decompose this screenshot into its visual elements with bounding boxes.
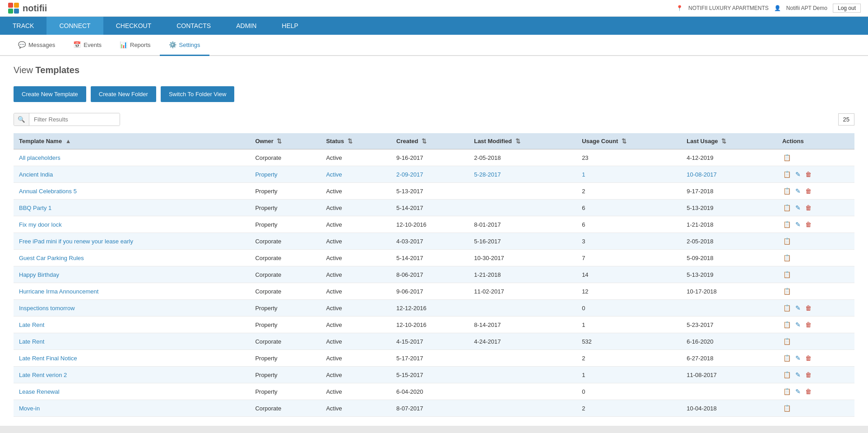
- cell-status: Active: [320, 317, 391, 333]
- subnav-settings[interactable]: ⚙️ Settings: [160, 35, 209, 56]
- switch-folder-view-button[interactable]: Switch To Folder View: [161, 86, 234, 102]
- template-name-link[interactable]: Ancient India: [19, 171, 53, 178]
- copy-icon[interactable]: 📋: [782, 237, 792, 246]
- subnav-reports[interactable]: 📊 Reports: [111, 35, 160, 56]
- delete-icon[interactable]: 🗑: [804, 220, 812, 229]
- template-name-link[interactable]: Inspections tomorrow: [19, 305, 75, 312]
- cell-last-usage: 6-27-2018: [681, 350, 777, 367]
- copy-icon[interactable]: 📋: [782, 270, 792, 279]
- cell-status: Active: [320, 350, 391, 367]
- delete-icon[interactable]: 🗑: [804, 320, 812, 329]
- copy-icon[interactable]: 📋: [782, 337, 792, 346]
- col-owner[interactable]: Owner ⇅: [250, 133, 320, 149]
- col-template-name[interactable]: Template Name ▲: [14, 133, 250, 149]
- edit-icon[interactable]: ✎: [794, 186, 802, 196]
- cell-status: Active: [320, 367, 391, 383]
- copy-icon[interactable]: 📋: [782, 186, 792, 196]
- cell-owner: Property: [250, 367, 320, 383]
- edit-icon[interactable]: ✎: [794, 220, 802, 229]
- cell-created: 5-17-2017: [391, 350, 469, 367]
- table-row: All placeholdersCorporateActive9-16-2017…: [14, 149, 854, 166]
- sort-icon-modified: ⇅: [515, 138, 520, 144]
- col-status[interactable]: Status ⇅: [320, 133, 391, 149]
- delete-icon[interactable]: 🗑: [804, 170, 812, 179]
- template-name-link[interactable]: Happy Birthday: [19, 271, 59, 278]
- delete-icon[interactable]: 🗑: [804, 387, 812, 396]
- copy-icon[interactable]: 📋: [782, 370, 792, 379]
- cell-created: 12-10-2016: [391, 317, 469, 333]
- copy-icon[interactable]: 📋: [782, 320, 792, 329]
- copy-icon[interactable]: 📋: [782, 287, 792, 296]
- template-name-link[interactable]: Hurricane Irma Announcement: [19, 288, 98, 295]
- delete-icon[interactable]: 🗑: [804, 370, 812, 379]
- edit-icon[interactable]: ✎: [794, 320, 802, 329]
- cell-usage-count: 6: [576, 200, 681, 216]
- template-name-link[interactable]: Move-in: [19, 405, 40, 412]
- template-name-link[interactable]: Annual Celebrations 5: [19, 188, 77, 195]
- template-name-link[interactable]: Late Rent: [19, 321, 44, 328]
- edit-icon[interactable]: ✎: [794, 170, 802, 179]
- subnav-messages[interactable]: 💬 Messages: [9, 35, 64, 56]
- nav-connect[interactable]: CONNECT: [46, 17, 103, 35]
- template-name-link[interactable]: Late Rent Final Notice: [19, 355, 77, 362]
- template-name-link[interactable]: Guest Car Parking Rules: [19, 255, 84, 261]
- action-icons: 📋✎🗑: [782, 203, 849, 212]
- copy-icon[interactable]: 📋: [782, 354, 792, 363]
- template-name-link[interactable]: Fix my door lock: [19, 221, 62, 228]
- edit-icon[interactable]: ✎: [794, 354, 802, 363]
- create-new-folder-button[interactable]: Create New Folder: [91, 86, 156, 102]
- copy-icon[interactable]: 📋: [782, 153, 792, 162]
- copy-icon[interactable]: 📋: [782, 170, 792, 179]
- copy-icon[interactable]: 📋: [782, 203, 792, 212]
- table-row: Late RentCorporateActive4-15-20174-24-20…: [14, 333, 854, 350]
- nav-help[interactable]: HELP: [269, 17, 311, 35]
- cell-usage-count: 1: [576, 317, 681, 333]
- logout-button[interactable]: Log out: [833, 4, 861, 13]
- copy-icon[interactable]: 📋: [782, 253, 792, 262]
- cell-status: Active: [320, 183, 391, 200]
- edit-icon[interactable]: ✎: [794, 303, 802, 312]
- cell-last-usage: 5-09-2018: [681, 250, 777, 266]
- filter-input[interactable]: [29, 113, 120, 126]
- action-icons: 📋: [782, 337, 849, 346]
- edit-icon[interactable]: ✎: [794, 203, 802, 212]
- col-created[interactable]: Created ⇅: [391, 133, 469, 149]
- template-name-link[interactable]: Late Rent: [19, 338, 44, 345]
- nav-contacts[interactable]: CONTACTS: [164, 17, 223, 35]
- nav-track[interactable]: TRACK: [0, 17, 46, 35]
- settings-icon: ⚙️: [169, 41, 176, 48]
- col-last-usage[interactable]: Last Usage ⇅: [681, 133, 777, 149]
- col-usage-count[interactable]: Usage Count ⇅: [576, 133, 681, 149]
- search-icon-button[interactable]: 🔍: [14, 113, 29, 126]
- cell-last-usage: 5-13-2019: [681, 200, 777, 216]
- col-last-modified[interactable]: Last Modified ⇅: [469, 133, 576, 149]
- delete-icon[interactable]: 🗑: [804, 203, 812, 212]
- delete-icon[interactable]: 🗑: [804, 303, 812, 312]
- nav-admin[interactable]: ADMIN: [223, 17, 269, 35]
- template-name-link[interactable]: Lease Renewal: [19, 388, 60, 395]
- subnav-events[interactable]: 📅 Events: [64, 35, 111, 56]
- copy-icon[interactable]: 📋: [782, 404, 792, 413]
- cell-owner: Corporate: [250, 233, 320, 250]
- copy-icon[interactable]: 📋: [782, 303, 792, 312]
- svg-rect-3: [14, 9, 19, 14]
- delete-icon[interactable]: 🗑: [804, 186, 812, 196]
- edit-icon[interactable]: ✎: [794, 370, 802, 379]
- template-name-link[interactable]: Late Rent verion 2: [19, 372, 67, 378]
- template-name-link[interactable]: Free iPad mini if you renew your lease e…: [19, 238, 133, 245]
- cell-owner: Property: [250, 350, 320, 367]
- cell-last-modified: [469, 350, 576, 367]
- create-new-template-button[interactable]: Create New Template: [14, 86, 86, 102]
- cell-created: 2-09-2017: [391, 166, 469, 183]
- template-name-link[interactable]: All placeholders: [19, 154, 60, 161]
- copy-icon[interactable]: 📋: [782, 220, 792, 229]
- nav-checkout[interactable]: CHECKOUT: [103, 17, 164, 35]
- template-name-link[interactable]: BBQ Party 1: [19, 205, 51, 211]
- cell-usage-count: 532: [576, 333, 681, 350]
- cell-last-usage: 6-16-2020: [681, 333, 777, 350]
- edit-icon[interactable]: ✎: [794, 387, 802, 396]
- sub-nav: 💬 Messages 📅 Events 📊 Reports ⚙️ Setting…: [0, 35, 868, 56]
- delete-icon[interactable]: 🗑: [804, 354, 812, 363]
- cell-created: 8-06-2017: [391, 266, 469, 283]
- copy-icon[interactable]: 📋: [782, 387, 792, 396]
